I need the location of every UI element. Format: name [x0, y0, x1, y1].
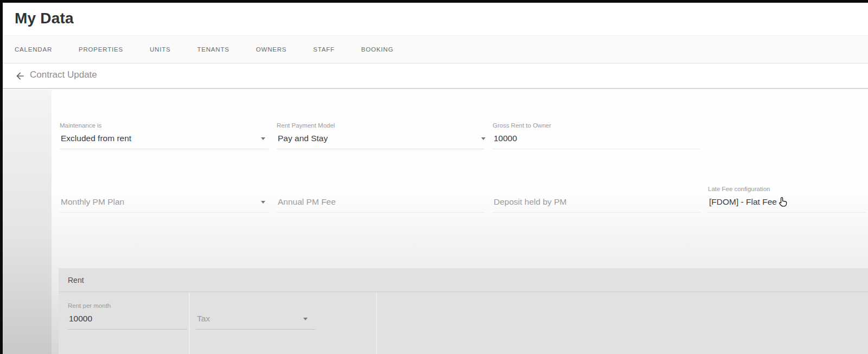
rent-payment-model-value: Pay and Stay — [278, 134, 328, 143]
gross-rent-to-owner-label: Gross Rent to Owner — [493, 122, 700, 130]
chevron-down-icon — [481, 137, 486, 140]
app-header: My Data — [3, 3, 868, 35]
page-heading: My Data — [15, 10, 74, 27]
tax-placeholder: Tax — [197, 314, 210, 323]
left-margin-strip — [3, 90, 52, 354]
rent-section-title: Rent — [59, 268, 868, 292]
late-fee-configuration-select[interactable]: Late Fee configuration [FDOM] - Flat Fee — [708, 185, 866, 213]
rent-payment-model-label: Rent Payment Model — [277, 122, 484, 130]
main-nav: CALENDAR PROPERTIES UNITS TENANTS OWNERS… — [3, 35, 868, 64]
rent-payment-model-select[interactable]: Rent Payment Model Pay and Stay — [277, 122, 484, 149]
tab-units[interactable]: UNITS — [150, 46, 171, 53]
chevron-down-icon — [261, 201, 265, 204]
chevron-down-icon — [303, 318, 308, 320]
maintenance-select[interactable]: Maintenance is Excluded from rent — [60, 122, 269, 149]
deposit-held-by-pm-input[interactable]: Deposit held by PM — [493, 185, 700, 213]
monthly-pm-plan-placeholder: Monthly PM Plan — [61, 197, 124, 206]
tax-select[interactable]: Tax — [196, 310, 315, 330]
monthly-pm-plan-select[interactable]: Monthly PM Plan — [60, 185, 269, 213]
maintenance-label: Maintenance is — [60, 122, 269, 130]
column-divider — [189, 293, 190, 354]
tab-properties[interactable]: PROPERTIES — [79, 46, 123, 53]
video-frame-edge — [0, 0, 868, 3]
chevron-down-icon — [261, 137, 265, 140]
rent-per-month-input[interactable]: Rent per month 10000 — [68, 302, 187, 330]
rent-per-month-value: 10000 — [69, 314, 92, 323]
late-fee-configuration-label: Late Fee configuration — [708, 185, 866, 193]
gross-rent-to-owner-input[interactable]: Gross Rent to Owner 10000 — [493, 122, 700, 149]
contract-form: Maintenance is Excluded from rent Rent P… — [3, 90, 868, 354]
late-fee-configuration-value: [FDOM] - Flat Fee — [709, 197, 777, 206]
tab-booking[interactable]: BOOKING — [361, 46, 393, 53]
app-window: My Data CALENDAR PROPERTIES UNITS TENANT… — [0, 0, 868, 354]
back-button[interactable]: ← — [12, 68, 28, 84]
annual-pm-fee-placeholder: Annual PM Fee — [278, 197, 336, 206]
rent-section: Rent Rent per month 10000 Tax — [59, 268, 868, 354]
tab-staff[interactable]: STAFF — [313, 46, 335, 53]
arrow-left-icon — [15, 71, 25, 81]
annual-pm-fee-input[interactable]: Annual PM Fee — [277, 185, 484, 213]
gross-rent-to-owner-value: 10000 — [494, 134, 517, 143]
contract-update-bar: ← Contract Update — [3, 64, 868, 89]
rent-per-month-label: Rent per month — [68, 302, 187, 310]
maintenance-value: Excluded from rent — [61, 134, 131, 143]
column-divider — [376, 293, 377, 354]
tab-calendar[interactable]: CALENDAR — [15, 46, 52, 53]
page-title: Contract Update — [30, 69, 97, 80]
tab-tenants[interactable]: TENANTS — [197, 46, 229, 53]
deposit-held-by-pm-placeholder: Deposit held by PM — [494, 197, 566, 206]
tab-owners[interactable]: OWNERS — [256, 46, 287, 53]
video-frame-edge — [0, 0, 3, 354]
